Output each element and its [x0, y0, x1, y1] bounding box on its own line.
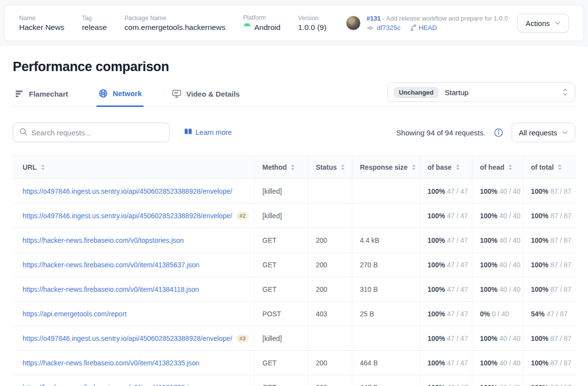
cell-of-total: 100%87 / 87	[523, 375, 576, 386]
cell-of-total: 100%87 / 87	[523, 277, 576, 302]
cell-of-base-fraction: 47 / 47	[447, 236, 468, 244]
column-header-of-base[interactable]: of base	[419, 156, 472, 179]
pr-number-link[interactable]: #131	[367, 15, 381, 22]
cell-of-base: 100%47 / 47	[419, 277, 472, 302]
cell-status	[308, 326, 352, 351]
url-link[interactable]: https://o497846.ingest.us.sentry.io/api/…	[23, 187, 232, 195]
table-row[interactable]: https://hacker-news.firebaseio.com/v0/to…	[13, 228, 576, 253]
comparison-mode-select[interactable]: Unchanged Startup	[387, 82, 575, 102]
cell-of-head-percent: 100%	[480, 285, 498, 293]
build-info-bar: Name Hacker News Tag release Package Nam…	[4, 5, 584, 41]
cell-of-total-fraction: 87 / 87	[550, 261, 571, 269]
cell-of-total: 100%87 / 87	[523, 253, 576, 277]
cell-of-head-percent: 100%	[480, 212, 498, 220]
column-header-status[interactable]: Status	[308, 156, 352, 179]
search-input[interactable]	[31, 129, 163, 137]
field-package-value: com.emergetools.hackernews	[124, 23, 225, 32]
cell-response-size	[352, 179, 419, 204]
column-header-of-total[interactable]: of total	[523, 156, 576, 179]
cell-method: GET	[254, 228, 308, 253]
cell-of-base-percent: 100%	[428, 359, 445, 367]
table-row[interactable]: https://hacker-news.firebaseio.com/v0/it…	[13, 277, 576, 302]
cell-of-base-fraction: 47 / 47	[447, 310, 468, 318]
tab-video-details[interactable]: Video & Details	[170, 84, 242, 107]
cell-response-size	[352, 204, 419, 228]
cell-of-total: 100%87 / 87	[523, 179, 576, 204]
field-platform-label: Platform	[243, 14, 280, 21]
column-header-response-size[interactable]: Response size	[352, 156, 419, 179]
cell-of-base-percent: 100%	[428, 212, 445, 220]
url-link[interactable]: https://hacker-news.firebaseio.com/v0/it…	[23, 285, 199, 293]
toolbar-right: Showing 94 of 94 requests. All requests	[396, 123, 575, 142]
cell-of-head-fraction: 40 / 40	[499, 187, 520, 195]
cell-status: 200	[308, 253, 352, 277]
table-row[interactable]: https://hacker-news.firebaseio.com/v0/it…	[13, 375, 576, 386]
table-row[interactable]: https://hacker-news.firebaseio.com/v0/it…	[13, 253, 576, 277]
table-row[interactable]: https://api.emergetools.com/reportPOST40…	[13, 302, 576, 326]
request-filter-dropdown[interactable]: All requests	[512, 123, 575, 142]
cell-of-total-fraction: 87 / 87	[550, 384, 571, 386]
cell-of-base-fraction: 47 / 47	[447, 261, 468, 269]
url-link[interactable]: https://api.emergetools.com/report	[23, 310, 126, 318]
network-requests-table: URL Method Status Response size of base …	[13, 155, 576, 386]
cell-method: [killed]	[254, 326, 308, 351]
cell-of-total: 54%47 / 87	[523, 302, 576, 326]
cell-of-head-percent: 100%	[480, 384, 498, 386]
table-row[interactable]: https://o497846.ingest.us.sentry.io/api/…	[13, 326, 576, 351]
cell-of-head: 100%40 / 40	[472, 204, 523, 228]
cell-of-head: 100%40 / 40	[472, 351, 523, 375]
field-tag: Tag release	[82, 15, 107, 32]
cell-of-head-percent: 100%	[480, 359, 498, 367]
column-header-url-label: URL	[23, 163, 37, 171]
actions-button-label: Actions	[526, 19, 550, 27]
cell-of-total-fraction: 87 / 87	[550, 335, 571, 342]
table-row[interactable]: https://o497846.ingest.us.sentry.io/api/…	[13, 204, 576, 228]
cell-method: GET	[254, 253, 308, 277]
cell-of-total: 100%87 / 87	[523, 351, 576, 375]
url-link[interactable]: https://o497846.ingest.us.sentry.io/api/…	[23, 212, 232, 220]
url-link[interactable]: https://hacker-news.firebaseio.com/v0/to…	[23, 236, 184, 244]
cell-url: https://o497846.ingest.us.sentry.io/api/…	[13, 179, 254, 204]
tab-network[interactable]: Network	[97, 84, 144, 107]
branch-link[interactable]: HEAD	[418, 24, 437, 31]
url-link[interactable]: https://hacker-news.firebaseio.com/v0/it…	[23, 261, 199, 269]
cell-status	[308, 179, 352, 204]
actions-button[interactable]: Actions	[517, 14, 569, 33]
column-header-method[interactable]: Method	[254, 156, 308, 179]
cell-of-total-fraction: 87 / 87	[550, 187, 571, 195]
cell-method: [killed]	[254, 204, 308, 228]
request-toolbar: Learn more Showing 94 of 94 requests. Al…	[13, 123, 575, 142]
table-row[interactable]: https://hacker-news.firebaseio.com/v0/it…	[13, 351, 576, 375]
cell-response-size: 4.4 kB	[352, 228, 419, 253]
cell-of-head-percent: 100%	[480, 187, 498, 195]
column-header-of-head[interactable]: of head	[472, 156, 523, 179]
url-link[interactable]: https://o497846.ingest.us.sentry.io/api/…	[23, 335, 232, 342]
url-link[interactable]: https://hacker-news.firebaseio.com/v0/it…	[23, 384, 199, 386]
sort-icon	[41, 164, 45, 170]
url-link[interactable]: https://hacker-news.firebaseio.com/v0/it…	[23, 359, 199, 367]
search-box[interactable]	[13, 123, 170, 142]
learn-more-link[interactable]: Learn more	[184, 128, 232, 137]
table-row[interactable]: https://o497846.ingest.us.sentry.io/api/…	[13, 179, 576, 204]
cell-of-head: 0%0 / 40	[472, 302, 523, 326]
cell-of-base-fraction: 47 / 47	[447, 187, 468, 195]
cell-of-total-percent: 100%	[531, 285, 549, 293]
branch-icon	[410, 24, 416, 31]
comparison-status-badge: Unchanged	[394, 87, 439, 98]
pr-title: - Add release workflow and prepare for 1…	[381, 15, 508, 22]
commit-hash-link[interactable]: df7325c	[377, 24, 400, 31]
cell-of-base-percent: 100%	[428, 310, 445, 318]
cell-url: https://hacker-news.firebaseio.com/v0/it…	[13, 375, 254, 386]
column-header-response-size-label: Response size	[360, 163, 408, 171]
cell-of-base: 100%47 / 47	[419, 351, 472, 375]
field-tag-value: release	[82, 23, 107, 32]
column-header-url[interactable]: URL	[13, 156, 254, 179]
git-line: df7325c HEAD	[367, 24, 508, 31]
field-name-value: Hacker News	[19, 23, 64, 32]
search-icon	[19, 128, 27, 138]
cell-of-head-fraction: 40 / 40	[499, 335, 520, 342]
cell-of-base: 100%47 / 47	[419, 302, 472, 326]
cell-of-head-fraction: 40 / 40	[499, 359, 520, 367]
info-icon[interactable]	[494, 128, 503, 137]
tab-flamechart[interactable]: Flamechart	[13, 85, 70, 107]
